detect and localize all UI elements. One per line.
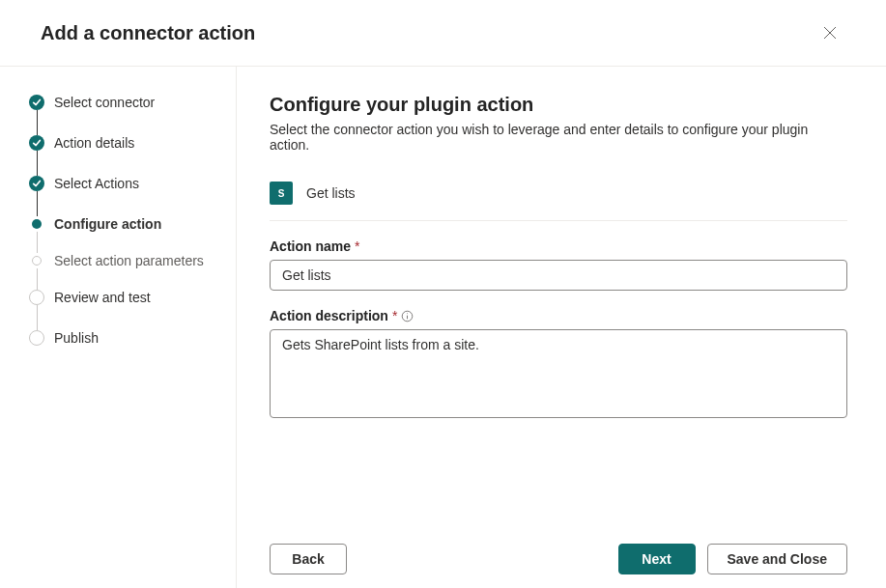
wizard-sidebar: Select connector Action details Select A… — [0, 67, 237, 588]
step-upcoming-marker — [32, 256, 42, 266]
checkmark-icon — [29, 135, 44, 151]
dialog-footer: Back Next Save and Close — [237, 529, 886, 588]
step-review-and-test: Review and test — [29, 289, 236, 329]
checkmark-icon — [29, 95, 44, 110]
save-and-close-button[interactable]: Save and Close — [707, 544, 848, 574]
info-icon[interactable] — [401, 310, 414, 322]
content-area: Configure your plugin action Select the … — [237, 67, 886, 529]
checkmark-icon — [29, 176, 44, 191]
dialog-title: Add a connector action — [41, 22, 255, 44]
action-description-textarea[interactable] — [270, 329, 847, 418]
close-button[interactable] — [815, 17, 845, 48]
dialog-header: Add a connector action — [0, 0, 886, 67]
field-action-description: Action description * — [270, 308, 847, 421]
action-name-label: Action name * — [270, 238, 847, 254]
main-panel: Configure your plugin action Select the … — [237, 67, 886, 588]
dialog-body: Select connector Action details Select A… — [0, 67, 886, 588]
sharepoint-icon: S — [270, 182, 293, 205]
required-asterisk: * — [392, 308, 397, 323]
step-publish: Publish — [29, 329, 236, 349]
wizard-steps: Select connector Action details Select A… — [29, 94, 236, 349]
action-name-input[interactable] — [270, 260, 847, 291]
step-action-details[interactable]: Action details — [29, 134, 236, 175]
step-select-connector[interactable]: Select connector — [29, 94, 236, 134]
page-subtitle: Select the connector action you wish to … — [270, 122, 847, 153]
step-empty-marker — [29, 330, 44, 346]
connector-name: Get lists — [306, 185, 356, 201]
page-heading: Configure your plugin action — [270, 94, 847, 116]
step-label: Review and test — [54, 289, 151, 306]
step-label: Select connector — [54, 94, 155, 111]
step-label: Select Actions — [54, 175, 139, 192]
selected-connector-row: S Get lists — [270, 182, 847, 221]
step-select-action-parameters: Select action parameters — [29, 252, 236, 289]
svg-point-4 — [407, 313, 408, 314]
action-description-label: Action description * — [270, 308, 847, 323]
step-label: Action details — [54, 134, 134, 152]
close-icon — [823, 26, 837, 40]
next-button[interactable]: Next — [618, 544, 696, 574]
step-configure-action[interactable]: Configure action — [29, 215, 236, 252]
step-empty-marker — [29, 290, 44, 305]
step-label: Select action parameters — [54, 252, 204, 269]
step-current-marker — [32, 219, 42, 229]
step-label: Configure action — [54, 215, 161, 233]
step-label: Publish — [54, 329, 99, 347]
field-action-name: Action name * — [270, 238, 847, 291]
required-asterisk: * — [355, 238, 359, 254]
back-button[interactable]: Back — [270, 544, 347, 574]
step-select-actions[interactable]: Select Actions — [29, 175, 236, 215]
